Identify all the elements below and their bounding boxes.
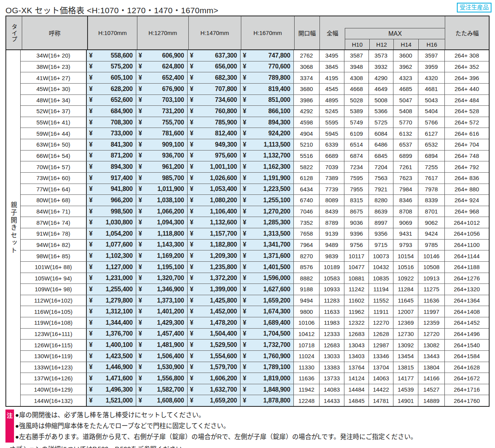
price-amount: 1,659,200 <box>210 397 237 404</box>
yen-symbol: ¥ <box>243 341 246 348</box>
yen-symbol: ¥ <box>190 308 193 315</box>
yen-symbol: ¥ <box>243 186 246 192</box>
cell-max-h12: 5725 <box>369 117 393 128</box>
cell-total-width: 14083 <box>319 384 344 395</box>
cell-price-h1070: ¥1,344,400 <box>87 317 136 328</box>
cell-max-h12: 7204 <box>369 161 393 172</box>
cell-max-h14: 9069 <box>393 217 418 228</box>
cell-max-h12: 12628 <box>369 329 393 340</box>
price-amount: 1,026,600 <box>210 175 237 182</box>
cell-folded-width: 264+1320 <box>445 284 489 295</box>
price-amount: 628,200 <box>111 86 133 93</box>
price-amount: 909,100 <box>162 141 184 148</box>
cell-folded-width: 264+ 748 <box>445 150 489 161</box>
cell-price-h1670: ¥1,270,200 <box>240 206 294 217</box>
cell-price-h1470: ¥760,800 <box>188 106 240 117</box>
price-amount: 1,608,600 <box>157 397 184 404</box>
price-amount: 1,320,700 <box>157 275 184 282</box>
cell-total-width: 11633 <box>319 306 344 317</box>
header-cell-opening-width: 開口幅 <box>295 16 320 49</box>
yen-symbol: ¥ <box>190 152 193 159</box>
yen-symbol: ¥ <box>139 96 142 103</box>
cell-price-h1070: ¥1,400,100 <box>87 340 136 350</box>
price-amount: 1,732,700 <box>263 341 290 348</box>
cell-folded-width: 264+ 352 <box>445 61 489 72</box>
cell-price-h1470: ¥1,452,000 <box>188 306 240 317</box>
cell-name: 73W(16+ 60) <box>21 173 87 184</box>
cell-total-width: 8439 <box>319 206 344 217</box>
cell-folded-width: 264+1188 <box>445 262 489 273</box>
cell-opening-width: 6128 <box>294 173 319 184</box>
cell-folded-width: 264+ 968 <box>445 206 489 217</box>
cell-price-h1070: ¥1,231,000 <box>87 273 136 284</box>
cell-price-h1670: ¥866,100 <box>240 106 294 117</box>
header-max-subrow: H10 H12 H14 H16 <box>345 39 445 49</box>
table-row: 126W(16+115)¥1,400,100¥1,481,900¥1,529,5… <box>21 340 489 351</box>
cell-folded-width: 264+1452 <box>445 317 489 328</box>
cell-max-h10: 8675 <box>344 206 369 217</box>
cell-price-h1470: ¥656,000 <box>188 61 240 72</box>
yen-symbol: ¥ <box>89 319 93 326</box>
cell-max-h10: 5749 <box>344 117 369 128</box>
cell-max-h10: 12322 <box>344 317 369 328</box>
cell-max-h16: 5766 <box>418 117 445 128</box>
yen-symbol: ¥ <box>190 175 193 182</box>
cell-name: 84W(16+ 71) <box>21 206 87 217</box>
price-amount: 770,600 <box>269 63 290 70</box>
price-amount: 1,627,600 <box>263 286 290 293</box>
price-amount: 1,182,800 <box>210 241 237 248</box>
cell-max-h16: 10146 <box>418 250 445 261</box>
cell-price-h1470: ¥637,300 <box>188 50 240 61</box>
cell-price-h1470: ¥707,800 <box>188 84 240 94</box>
cell-price-h1670: ¥1,760,900 <box>240 351 294 362</box>
cell-folded-width: 264+ 704 <box>445 139 489 150</box>
cell-folded-width: 264+1716 <box>445 384 489 395</box>
cell-max-h12: 11552 <box>369 295 393 306</box>
yen-symbol: ¥ <box>139 353 142 360</box>
cell-max-h14: 14901 <box>393 395 418 406</box>
cell-opening-width: 8270 <box>294 250 319 261</box>
table-row: 98W(16+ 85)¥1,102,300¥1,169,200¥1,209,30… <box>21 250 489 262</box>
price-amount: 1,231,000 <box>106 275 133 282</box>
table-row: 94W(16+ 82)¥1,077,600¥1,143,300¥1,182,80… <box>21 240 489 251</box>
table-row: 34W(16+ 20)¥558,600¥606,900¥637,300¥747,… <box>21 50 489 61</box>
yen-symbol: ¥ <box>190 86 193 93</box>
cell-price-h1470: ¥1,235,800 <box>188 262 240 273</box>
price-amount: 975,600 <box>215 152 237 159</box>
cell-folded-width: 264+1672 <box>445 373 489 384</box>
cell-name: 66W(16+ 54) <box>21 150 87 161</box>
header-cell-h1470: H:1470mm <box>189 16 242 49</box>
cell-max-h16: 12720 <box>418 329 445 340</box>
cell-max-h12: 8639 <box>369 206 393 217</box>
price-amount: 1,118,800 <box>158 230 184 237</box>
cell-max-h14: 9431 <box>393 228 418 239</box>
price-amount: 605,100 <box>111 74 133 81</box>
cell-total-width: 8789 <box>319 217 344 228</box>
yen-symbol: ¥ <box>89 353 93 360</box>
cell-opening-width: 8882 <box>294 273 319 284</box>
table-row: 137W(16+126)¥1,471,600¥1,556,800¥1,606,2… <box>21 373 489 384</box>
cell-max-h16: 6894 <box>418 150 445 161</box>
cell-folded-width: 264+1628 <box>445 362 489 373</box>
cell-price-h1270: ¥1,094,300 <box>136 217 188 228</box>
table-row: 119W(16+108)¥1,344,400¥1,429,300¥1,478,2… <box>21 317 489 329</box>
cell-price-h1270: ¥1,038,100 <box>136 195 188 206</box>
yen-symbol: ¥ <box>139 230 142 237</box>
yen-symbol: ¥ <box>243 386 246 393</box>
header-cell-h1270: H:1270mm <box>137 16 189 49</box>
yen-symbol: ¥ <box>190 141 193 148</box>
cell-max-h14: 13815 <box>393 362 418 373</box>
cell-max-h10: 6874 <box>344 150 369 161</box>
price-amount: 734,600 <box>215 96 237 103</box>
cell-max-h14: 7623 <box>393 173 418 184</box>
yen-symbol: ¥ <box>89 52 93 59</box>
cell-total-width: 13383 <box>319 362 344 373</box>
yen-symbol: ¥ <box>139 252 142 259</box>
yen-symbol: ¥ <box>139 330 142 337</box>
price-amount: 1,255,100 <box>263 197 290 204</box>
price-amount: 1,429,300 <box>157 319 184 326</box>
yen-symbol: ¥ <box>89 163 93 170</box>
price-amount: 1,113,500 <box>264 141 291 148</box>
cell-price-h1270: ¥909,100 <box>136 139 188 150</box>
cell-price-h1670: ¥1,819,000 <box>240 373 294 384</box>
